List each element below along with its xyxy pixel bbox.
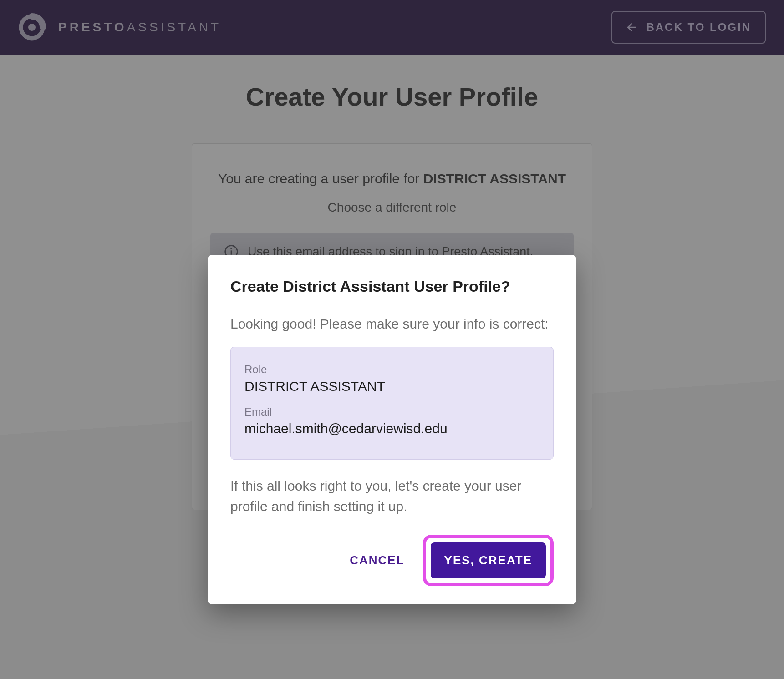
confirm-highlight: YES, CREATE	[423, 535, 554, 586]
yes-create-button[interactable]: YES, CREATE	[431, 542, 546, 578]
summary-email-label: Email	[244, 405, 540, 418]
cancel-button[interactable]: CANCEL	[341, 545, 413, 576]
modal-title: Create District Assistant User Profile?	[230, 278, 554, 295]
confirm-create-modal: Create District Assistant User Profile? …	[208, 255, 576, 604]
summary-email-value: michael.smith@cedarviewisd.edu	[244, 421, 540, 436]
modal-footer-text: If this all looks right to you, let's cr…	[230, 476, 554, 517]
modal-actions: CANCEL YES, CREATE	[230, 535, 554, 586]
modal-lead-text: Looking good! Please make sure your info…	[230, 314, 554, 334]
profile-summary-box: Role DISTRICT ASSISTANT Email michael.sm…	[230, 347, 554, 460]
summary-role-value: DISTRICT ASSISTANT	[244, 379, 540, 394]
summary-role-label: Role	[244, 363, 540, 376]
